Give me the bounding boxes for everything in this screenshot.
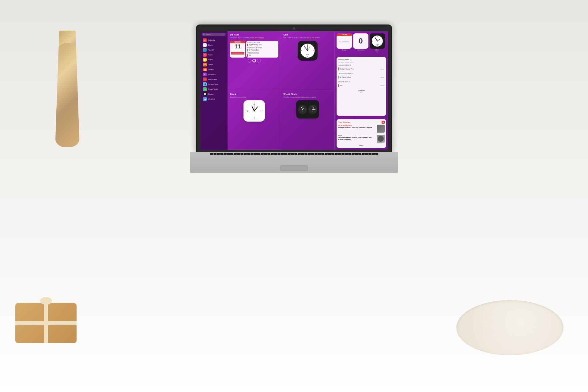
key[interactable] bbox=[230, 153, 233, 155]
key[interactable] bbox=[227, 153, 230, 155]
search-bar[interactable]: 🔍 Search bbox=[202, 33, 226, 36]
key[interactable] bbox=[365, 153, 368, 155]
key[interactable] bbox=[291, 153, 294, 155]
key[interactable] bbox=[362, 153, 365, 155]
news-title-1: Russian airstrikes intensify in western … bbox=[338, 126, 376, 129]
key[interactable] bbox=[224, 153, 227, 155]
key[interactable] bbox=[271, 153, 274, 155]
sidebar-item-photos[interactable]: 🌸 Photos bbox=[201, 67, 227, 72]
news-widget[interactable]: Top Stories N THE NEW YORK TIMES Russian… bbox=[337, 119, 386, 148]
calendar-small-widget[interactable]: SUNDAY 11 No more events today bbox=[230, 41, 245, 58]
today-calendar-widget[interactable]: TODAY No Reminders bbox=[337, 33, 352, 49]
key[interactable] bbox=[237, 153, 240, 155]
sidebar-item-stocks[interactable]: 📈 Stocks bbox=[201, 92, 227, 96]
world-clock-widget[interactable]: 12 3 6 9 bbox=[296, 100, 319, 119]
clock-lon-svg: 12 3 6 9 LON bbox=[371, 34, 384, 48]
cal-r-event-3-badge: All-day bbox=[381, 85, 384, 86]
key[interactable] bbox=[375, 153, 378, 155]
key[interactable] bbox=[372, 153, 375, 155]
city-desc: Add a clock for a city to check the time… bbox=[284, 37, 332, 39]
key[interactable] bbox=[281, 153, 284, 155]
key[interactable] bbox=[254, 153, 257, 155]
size-lg[interactable] bbox=[257, 59, 261, 62]
clock-lon-widget[interactable]: 12 3 6 9 LON bbox=[370, 33, 385, 49]
key[interactable] bbox=[318, 153, 321, 155]
key[interactable] bbox=[267, 153, 270, 155]
world-clock-title: World Clock bbox=[284, 93, 332, 96]
key[interactable] bbox=[321, 153, 324, 155]
sidebar-item-reminders[interactable]: ✓ Reminders bbox=[201, 77, 227, 82]
key[interactable] bbox=[331, 153, 334, 155]
city-clock-container: 12 3 6 9 bbox=[284, 41, 332, 61]
cal-r-event-2-name: St. Patrick's Day bbox=[340, 76, 380, 78]
key[interactable] bbox=[213, 153, 217, 155]
key[interactable] bbox=[244, 153, 247, 155]
laptop-screen[interactable]: 🔍 Search 3 Calendar Clock bbox=[200, 31, 388, 150]
key[interactable] bbox=[298, 153, 301, 155]
right-top-widgets: TODAY No Reminders Today bbox=[337, 33, 386, 53]
key[interactable] bbox=[261, 153, 264, 155]
calendar-large-widget[interactable]: SUNDAY, MAR 13 Daylight Saving Time THUR… bbox=[246, 41, 278, 58]
sidebar-label-reminders: Reminders bbox=[208, 78, 217, 80]
key[interactable] bbox=[251, 153, 254, 155]
key[interactable] bbox=[247, 153, 250, 155]
large-calendar-widget[interactable]: FRIDAY, MAR 11 No more events today SUND… bbox=[337, 57, 386, 116]
sidebar-item-notes[interactable]: 📝 Notes bbox=[201, 57, 227, 62]
sidebar-label-notes: Notes bbox=[208, 59, 213, 61]
key[interactable] bbox=[308, 153, 311, 155]
size-sm[interactable] bbox=[248, 59, 251, 62]
key[interactable] bbox=[368, 153, 371, 155]
clock-sub-label: City bbox=[376, 51, 379, 53]
size-md[interactable] bbox=[252, 59, 256, 62]
key[interactable] bbox=[234, 153, 237, 155]
sidebar-item-calendar[interactable]: 3 Calendar bbox=[201, 38, 227, 43]
key[interactable] bbox=[257, 153, 260, 155]
key[interactable] bbox=[301, 153, 304, 155]
trackpad[interactable] bbox=[280, 165, 308, 171]
key[interactable] bbox=[315, 153, 318, 155]
svg-point-15 bbox=[307, 50, 308, 51]
clock-analog-widget[interactable]: 12 3 6 9 bbox=[243, 100, 265, 122]
large-cal-date: FRIDAY, MAR 11 bbox=[338, 59, 384, 61]
key[interactable] bbox=[274, 153, 277, 155]
key[interactable] bbox=[294, 153, 297, 155]
key[interactable] bbox=[210, 153, 213, 155]
city-clock-widget[interactable]: 12 3 6 9 bbox=[298, 41, 318, 61]
key[interactable] bbox=[335, 153, 338, 155]
key[interactable] bbox=[352, 153, 355, 155]
sidebar-item-parcel[interactable]: 📦 Parcel bbox=[201, 62, 227, 67]
sidebar-label-calendar: Calendar bbox=[208, 39, 215, 41]
sidebar-item-weather[interactable]: ⛅ Weather bbox=[201, 96, 227, 101]
key[interactable] bbox=[220, 153, 223, 155]
sidebar-item-screentime[interactable]: 📱 Screen Time bbox=[201, 82, 227, 87]
key[interactable] bbox=[277, 153, 281, 155]
sidebar-item-news[interactable]: N News bbox=[201, 52, 227, 57]
key[interactable] bbox=[355, 153, 358, 155]
sidebar-item-clock[interactable]: Clock bbox=[201, 43, 227, 47]
key[interactable] bbox=[288, 153, 291, 155]
sidebar-item-podcasts[interactable]: 🎙 Podcasts bbox=[201, 72, 227, 77]
key[interactable] bbox=[217, 153, 220, 155]
svg-text:9: 9 bbox=[247, 110, 248, 112]
key[interactable] bbox=[328, 153, 331, 155]
key[interactable] bbox=[325, 153, 328, 155]
sidebar-item-smarttasks[interactable]: ✦ Smart Tasks bbox=[201, 87, 227, 92]
key[interactable] bbox=[358, 153, 361, 155]
gift-box-body bbox=[15, 303, 77, 343]
key[interactable] bbox=[264, 153, 267, 155]
sidebar-item-findmy[interactable]: 📍 Find My bbox=[201, 47, 227, 52]
key[interactable] bbox=[240, 153, 243, 155]
key[interactable] bbox=[284, 153, 287, 155]
city-title: City bbox=[284, 33, 332, 36]
key[interactable] bbox=[348, 153, 351, 155]
sidebar-label-findmy: Find My bbox=[208, 49, 214, 51]
cal-day-number: 11 bbox=[230, 44, 245, 49]
key[interactable] bbox=[341, 153, 345, 155]
reminders-count-widget[interactable]: 0 bbox=[353, 33, 368, 49]
cal-r-event-1-name: Daylight Saving Time bbox=[340, 68, 380, 70]
key[interactable] bbox=[338, 153, 341, 155]
key[interactable] bbox=[311, 153, 314, 155]
svg-text:3: 3 bbox=[205, 40, 205, 42]
key[interactable] bbox=[304, 153, 307, 155]
key[interactable] bbox=[345, 153, 348, 155]
